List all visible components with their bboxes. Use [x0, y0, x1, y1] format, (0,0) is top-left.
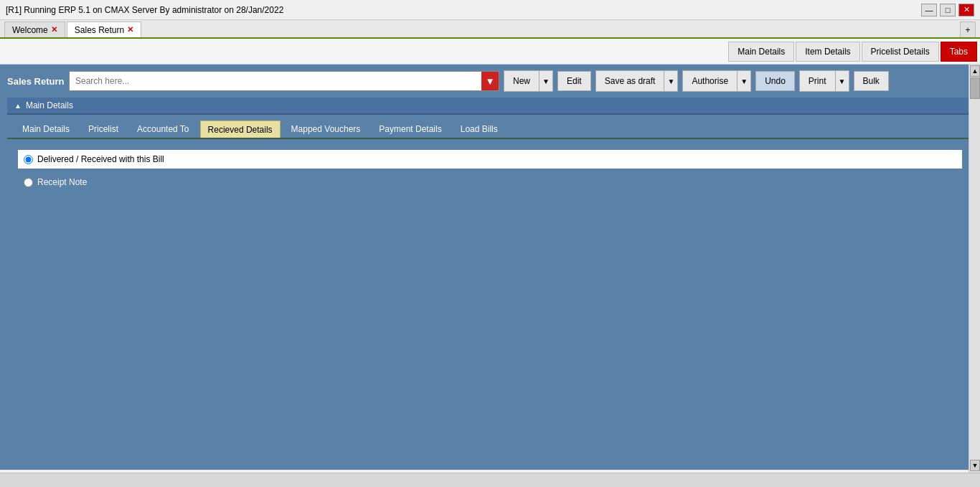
sub-tab-recieved-details[interactable]: Recieved Details [200, 120, 281, 138]
main-details-top-tab[interactable]: Main Details [728, 42, 794, 62]
edit-button[interactable]: Edit [557, 71, 591, 91]
print-button-group: Print ▼ [799, 70, 849, 92]
sub-tab-payment-details[interactable]: Payment Details [371, 120, 449, 138]
tabs-top-tab[interactable]: Tabs [941, 42, 977, 62]
add-tab-button[interactable]: + [960, 22, 976, 37]
authorise-dropdown-button[interactable]: ▼ [738, 71, 750, 91]
sub-tab-main-details[interactable]: Main Details [14, 120, 77, 138]
sub-tab-mapped-vouchers[interactable]: Mapped Vouchers [283, 120, 369, 138]
right-scrollbar: ▲ ▼ [969, 65, 980, 473]
item-details-top-tab[interactable]: Item Details [796, 42, 859, 62]
content-panel: ▲ Main Details Main Details Pricelist Ac… [7, 98, 973, 463]
search-dropdown-button[interactable]: ▼ [481, 72, 499, 90]
print-button[interactable]: Print [800, 71, 836, 91]
print-dropdown-button[interactable]: ▼ [836, 71, 849, 91]
save-as-draft-button-group: Save as draft ▼ [595, 70, 679, 92]
scrollbar-up-button[interactable]: ▲ [970, 65, 980, 77]
minimize-button[interactable]: — [921, 4, 937, 16]
section-header: ▲ Main Details [7, 98, 973, 115]
toolbar: Sales Return ▼ New ▼ Edit Save as draft … [0, 65, 980, 98]
scrollbar-thumb[interactable] [970, 77, 980, 99]
radio-receipt-note-label[interactable]: Receipt Note [37, 177, 87, 187]
radio-group: Delivered / Received with this Bill Rece… [18, 150, 962, 190]
window-controls: — □ ✕ [921, 4, 974, 16]
pricelist-details-top-tab[interactable]: Pricelist Details [862, 42, 939, 62]
tab-welcome-close[interactable]: ✕ [51, 25, 57, 34]
bulk-button[interactable]: Bulk [854, 71, 889, 91]
bottom-bar [0, 473, 980, 487]
maximize-button[interactable]: □ [940, 4, 956, 16]
sub-tabs: Main Details Pricelist Accounted To Reci… [7, 115, 973, 139]
radio-receipt-note-input[interactable] [24, 178, 33, 187]
radio-delivered-label[interactable]: Delivered / Received with this Bill [37, 154, 164, 164]
sub-tab-pricelist[interactable]: Pricelist [80, 120, 126, 138]
section-header-label: Main Details [26, 100, 73, 110]
tab-sales-return-label: Sales Return [75, 25, 124, 35]
search-input[interactable] [70, 72, 499, 90]
title-bar: [R1] Running ERP 5.1 on CMAX Server By a… [0, 0, 980, 20]
save-as-draft-dropdown-button[interactable]: ▼ [664, 71, 677, 91]
tab-bar: Welcome ✕ Sales Return ✕ + [0, 20, 980, 39]
radio-delivered-container: Delivered / Received with this Bill [18, 150, 962, 169]
tab-content: Delivered / Received with this Bill Rece… [7, 139, 973, 201]
section-triangle-icon: ▲ [14, 102, 22, 110]
close-button[interactable]: ✕ [958, 4, 974, 16]
new-dropdown-button[interactable]: ▼ [540, 71, 552, 91]
new-button[interactable]: New [504, 71, 540, 91]
title-text: [R1] Running ERP 5.1 on CMAX Server By a… [6, 5, 283, 15]
tab-sales-return-close[interactable]: ✕ [127, 25, 133, 34]
toolbar-label: Sales Return [7, 76, 65, 87]
sub-tab-load-bills[interactable]: Load Bills [453, 120, 506, 138]
new-button-group: New ▼ [504, 70, 553, 92]
tab-sales-return[interactable]: Sales Return ✕ [67, 22, 141, 37]
radio-receipt-note-container: Receipt Note [18, 174, 962, 190]
tab-welcome-label: Welcome [12, 25, 48, 35]
search-box: ▼ [69, 71, 499, 91]
tab-welcome[interactable]: Welcome ✕ [4, 22, 65, 37]
undo-button[interactable]: Undo [755, 71, 795, 91]
authorise-button-group: Authorise ▼ [682, 70, 751, 92]
radio-delivered-input[interactable] [24, 155, 33, 164]
main-area: Sales Return ▼ New ▼ Edit Save as draft … [0, 65, 980, 470]
top-button-bar: Main Details Item Details Pricelist Deta… [0, 39, 980, 65]
authorise-button[interactable]: Authorise [683, 71, 738, 91]
sub-tab-accounted-to[interactable]: Accounted To [129, 120, 197, 138]
scrollbar-down-button[interactable]: ▼ [970, 460, 980, 471]
save-as-draft-button[interactable]: Save as draft [596, 71, 665, 91]
